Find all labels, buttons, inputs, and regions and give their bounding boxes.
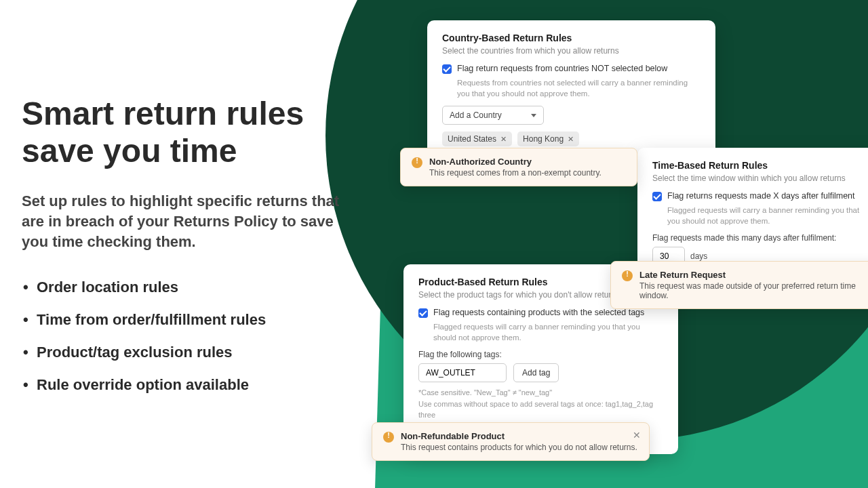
bullet-item: Product/tag exclusion rules <box>22 344 361 361</box>
help-text: Flagged requests will carry a banner rem… <box>667 205 867 226</box>
banner-message: This request contains products for which… <box>401 443 637 452</box>
note-text: Use commas without space to add several … <box>418 399 663 420</box>
remove-tag-icon[interactable]: ✕ <box>500 135 507 144</box>
tag-input[interactable] <box>418 363 507 382</box>
country-rules-card: Country-Based Return Rules Select the co… <box>427 20 715 159</box>
time-rules-card: Time-Based Return Rules Select the time … <box>637 148 868 278</box>
non-refundable-product-banner: Non-Refundable Product This request cont… <box>372 422 650 461</box>
bullet-item: Order location rules <box>22 279 361 296</box>
field-label: Flag requests made this many days after … <box>652 233 867 243</box>
banner-title: Non-Refundable Product <box>401 431 637 441</box>
country-tag: Hong Kong✕ <box>517 131 579 146</box>
subheadline: Set up rules to highlight specific retur… <box>22 191 361 251</box>
card-title: Country-Based Return Rules <box>442 33 701 43</box>
bullet-item: Time from order/fulfillment rules <box>22 311 361 329</box>
help-text: Requests from countries not selected wil… <box>457 78 701 99</box>
checkbox-label: Flag return requests from countries NOT … <box>457 64 667 73</box>
checkbox-label: Flag returns requests made X days after … <box>667 191 855 201</box>
close-icon[interactable]: ✕ <box>633 430 641 441</box>
country-tag: United States✕ <box>442 131 512 146</box>
days-unit: days <box>690 251 707 261</box>
card-subtitle: Select the time window within which you … <box>652 174 867 183</box>
add-country-select[interactable]: Add a Country <box>442 106 544 125</box>
country-tags: United States✕ Hong Kong✕ <box>442 131 701 146</box>
late-return-banner: Late Return Request This request was mad… <box>610 261 868 309</box>
warning-icon <box>412 157 422 168</box>
help-text: Flagged requests will carry a banner rem… <box>433 322 663 343</box>
warning-icon <box>622 270 633 281</box>
remove-tag-icon[interactable]: ✕ <box>568 135 574 144</box>
bullet-item: Rule override option available <box>22 376 361 394</box>
banner-message: This request comes from a non-exempt cou… <box>429 168 601 178</box>
headline: Smart return rules save you time <box>22 95 361 169</box>
flag-products-checkbox[interactable] <box>418 308 428 318</box>
warning-icon <box>383 432 394 443</box>
non-authorized-country-banner: Non-Authorized Country This request come… <box>400 148 637 186</box>
note-text: *Case sensitive. "New_Tag" ≠ "new_tag" <box>418 388 663 398</box>
marketing-copy: Smart return rules save you time Set up … <box>22 95 361 409</box>
banner-message: This request was made outside of your pr… <box>639 281 868 300</box>
card-title: Time-Based Return Rules <box>652 160 867 171</box>
select-placeholder: Add a Country <box>450 110 502 120</box>
card-subtitle: Select the countries from which you allo… <box>442 46 701 56</box>
banner-title: Non-Authorized Country <box>429 157 601 167</box>
feature-bullets: Order location rules Time from order/ful… <box>22 279 361 394</box>
flag-time-checkbox[interactable] <box>652 192 662 201</box>
add-tag-button[interactable]: Add tag <box>513 363 559 382</box>
checkbox-label: Flag requests containing products with t… <box>433 308 644 317</box>
chevron-down-icon <box>531 114 536 117</box>
flag-countries-checkbox[interactable] <box>442 64 452 74</box>
field-label: Flag the following tags: <box>418 350 663 359</box>
banner-title: Late Return Request <box>639 270 868 280</box>
